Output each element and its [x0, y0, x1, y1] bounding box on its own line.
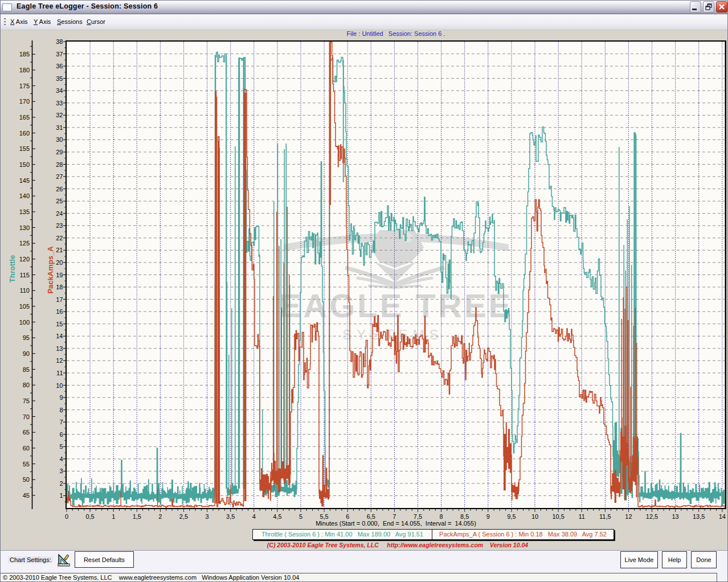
svg-text:32: 32 — [56, 112, 63, 118]
svg-text:10,5: 10,5 — [552, 513, 564, 520]
svg-text:2,5: 2,5 — [179, 513, 188, 520]
svg-text:10: 10 — [56, 382, 63, 389]
svg-text:30: 30 — [56, 136, 63, 143]
svg-text:65: 65 — [23, 429, 30, 436]
svg-text:100: 100 — [19, 319, 30, 326]
svg-text:22: 22 — [56, 235, 63, 241]
svg-text:0: 0 — [65, 513, 68, 520]
svg-text:13: 13 — [56, 345, 63, 352]
svg-text:50: 50 — [23, 476, 30, 483]
svg-text:2: 2 — [59, 480, 63, 487]
svg-text:8: 8 — [440, 513, 443, 520]
svg-text:7: 7 — [59, 419, 63, 425]
svg-text:6: 6 — [346, 513, 349, 520]
svg-text:24: 24 — [56, 210, 63, 217]
svg-text:Throttle: Throttle — [8, 255, 17, 282]
svg-text:18: 18 — [56, 284, 63, 290]
svg-text:38: 38 — [56, 38, 63, 45]
svg-text:33: 33 — [56, 100, 63, 106]
svg-text:13: 13 — [672, 513, 678, 520]
svg-text:34: 34 — [56, 87, 63, 94]
svg-text:11: 11 — [56, 370, 63, 376]
svg-text:60: 60 — [23, 445, 30, 452]
svg-text:8: 8 — [59, 407, 63, 413]
svg-text:2: 2 — [158, 513, 162, 520]
svg-text:12: 12 — [625, 513, 632, 520]
svg-text:29: 29 — [56, 149, 63, 155]
svg-text:155: 155 — [19, 145, 30, 152]
svg-text:70: 70 — [23, 413, 30, 420]
svg-text:130: 130 — [19, 224, 30, 231]
svg-text:19: 19 — [56, 272, 63, 278]
svg-text:55: 55 — [23, 461, 30, 468]
svg-text:180: 180 — [19, 67, 30, 73]
svg-text:165: 165 — [19, 114, 30, 121]
svg-text:21: 21 — [56, 247, 63, 253]
svg-text:45: 45 — [23, 492, 30, 499]
svg-text:16: 16 — [56, 308, 63, 315]
svg-text:125: 125 — [19, 240, 30, 247]
svg-text:120: 120 — [19, 256, 30, 263]
svg-text:140: 140 — [19, 192, 30, 199]
svg-text:23: 23 — [56, 222, 63, 229]
svg-text:13,5: 13,5 — [693, 513, 705, 520]
svg-text:4,5: 4,5 — [273, 513, 281, 520]
svg-text:12: 12 — [56, 357, 63, 364]
svg-text:15: 15 — [56, 321, 63, 327]
svg-text:5: 5 — [59, 443, 63, 450]
svg-text:31: 31 — [56, 124, 63, 131]
svg-text:26: 26 — [56, 186, 63, 192]
svg-text:3: 3 — [59, 468, 63, 474]
svg-text:160: 160 — [19, 130, 30, 137]
svg-text:25: 25 — [56, 198, 63, 204]
svg-text:5: 5 — [299, 513, 302, 520]
svg-text:10: 10 — [531, 513, 538, 520]
svg-text:135: 135 — [19, 208, 30, 215]
svg-text:20: 20 — [56, 259, 63, 266]
svg-text:170: 170 — [19, 98, 30, 105]
svg-text:115: 115 — [19, 272, 30, 278]
svg-text:11,5: 11,5 — [599, 513, 611, 520]
svg-text:28: 28 — [56, 161, 63, 168]
svg-text:1: 1 — [59, 492, 63, 499]
svg-text:90: 90 — [23, 350, 30, 357]
svg-text:9,5: 9,5 — [507, 513, 516, 520]
svg-text:9: 9 — [486, 513, 490, 520]
svg-text:35: 35 — [56, 75, 63, 82]
svg-text:0,5: 0,5 — [85, 513, 94, 520]
svg-text:8,5: 8,5 — [460, 513, 469, 520]
svg-text:27: 27 — [56, 173, 63, 180]
svg-text:9: 9 — [59, 394, 63, 401]
svg-text:1: 1 — [112, 513, 115, 520]
svg-text:PackAmps_A: PackAmps_A — [46, 246, 55, 294]
svg-text:95: 95 — [23, 334, 30, 341]
svg-text:17: 17 — [56, 296, 63, 303]
svg-text:11: 11 — [578, 513, 584, 520]
svg-text:3,5: 3,5 — [226, 513, 235, 520]
svg-text:36: 36 — [56, 63, 63, 69]
svg-text:37: 37 — [56, 51, 63, 58]
svg-text:110: 110 — [19, 287, 30, 294]
svg-text:80: 80 — [23, 382, 30, 388]
svg-text:185: 185 — [19, 51, 30, 58]
svg-text:3: 3 — [206, 513, 209, 520]
svg-text:6,5: 6,5 — [367, 513, 375, 520]
svg-text:5,5: 5,5 — [320, 513, 328, 520]
svg-text:7: 7 — [392, 513, 396, 520]
svg-text:85: 85 — [23, 366, 30, 373]
svg-text:75: 75 — [23, 397, 30, 404]
svg-text:4: 4 — [59, 456, 63, 462]
svg-text:105: 105 — [19, 303, 30, 310]
svg-text:14: 14 — [719, 513, 726, 520]
svg-text:14: 14 — [56, 333, 63, 339]
svg-text:12,5: 12,5 — [646, 513, 658, 520]
svg-text:6: 6 — [59, 431, 63, 438]
svg-text:1,5: 1,5 — [133, 513, 141, 520]
svg-text:145: 145 — [19, 177, 30, 184]
svg-text:EAGLE TREE: EAGLE TREE — [279, 287, 513, 324]
svg-text:7,5: 7,5 — [414, 513, 422, 520]
svg-text:175: 175 — [19, 83, 30, 89]
svg-text:4: 4 — [252, 513, 256, 520]
svg-text:150: 150 — [19, 161, 30, 168]
